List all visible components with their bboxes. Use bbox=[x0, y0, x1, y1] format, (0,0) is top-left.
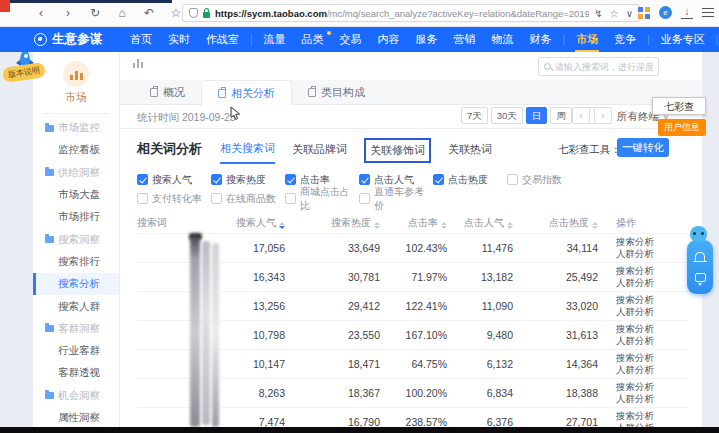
checkbox-checked[interactable] bbox=[137, 174, 148, 185]
subtab-关联修饰词[interactable]: 关联修饰词 bbox=[364, 138, 431, 163]
checkbox-unchecked[interactable] bbox=[359, 193, 370, 204]
nav-item-作战室[interactable]: 作战室 bbox=[198, 27, 247, 52]
column-header-搜索人气[interactable]: 搜索人气 bbox=[222, 216, 285, 230]
action-link-人群分析[interactable]: 人群分析 bbox=[616, 364, 688, 376]
tab-相关分析[interactable]: 相关分析 bbox=[201, 80, 292, 105]
brand[interactable]: 生意参谋 bbox=[34, 31, 102, 48]
sidebar-item-搜索洞察[interactable]: 搜索洞察 bbox=[33, 228, 119, 250]
browser-menu-icon[interactable] bbox=[702, 8, 714, 18]
metric-商城点击占比[interactable]: 商城点击占比 bbox=[285, 185, 359, 213]
checkbox-unchecked[interactable] bbox=[507, 174, 518, 185]
range-button-日[interactable]: 日 bbox=[526, 107, 548, 124]
action-link-搜索分析[interactable]: 搜索分析 bbox=[616, 323, 688, 335]
nav-item-交易[interactable]: 交易 bbox=[332, 27, 370, 52]
flash-icon[interactable]: ↯ bbox=[594, 8, 602, 19]
back-icon[interactable]: ‹ bbox=[34, 6, 48, 20]
action-link-搜索分析[interactable]: 搜索分析 bbox=[616, 381, 688, 393]
next-date-button[interactable]: › bbox=[594, 107, 612, 124]
keyword-search-box[interactable] bbox=[538, 57, 659, 76]
metric-支付转化率[interactable]: 支付转化率 bbox=[137, 192, 211, 206]
forward-icon[interactable]: › bbox=[61, 6, 75, 20]
action-link-搜索分析[interactable]: 搜索分析 bbox=[616, 352, 688, 364]
column-header-点击热度[interactable]: 点击热度 bbox=[513, 216, 598, 230]
action-link-搜索分析[interactable]: 搜索分析 bbox=[616, 410, 688, 422]
sidebar-item-市场监控[interactable]: 市场监控 bbox=[33, 117, 119, 139]
column-header-点击率[interactable]: 点击率 bbox=[380, 216, 447, 230]
action-link-人群分析[interactable]: 人群分析 bbox=[616, 393, 688, 405]
nav-item-首页[interactable]: 首页 bbox=[122, 27, 160, 52]
checkbox-unchecked[interactable] bbox=[285, 193, 296, 204]
checkbox-checked[interactable] bbox=[359, 174, 370, 185]
metric-点击热度[interactable]: 点击热度 bbox=[433, 173, 507, 187]
assistant-mascot-icon[interactable] bbox=[690, 226, 707, 242]
tab-类目构成[interactable]: 类目构成 bbox=[292, 80, 381, 104]
nav-item-流量[interactable]: 流量 bbox=[256, 27, 294, 52]
nav-item-实时[interactable]: 实时 bbox=[160, 27, 198, 52]
action-link-搜索分析[interactable]: 搜索分析 bbox=[616, 294, 688, 306]
search-input[interactable] bbox=[555, 62, 653, 72]
favorite-star-icon[interactable]: ☆ bbox=[610, 8, 619, 19]
nav-item-业务专区[interactable]: 业务专区 bbox=[653, 27, 713, 52]
sidebar-item-监控看板[interactable]: 监控看板 bbox=[33, 139, 119, 161]
address-bar[interactable]: https://sycm.taobao.com/mc/mq/search_ana… bbox=[182, 4, 640, 22]
url-text[interactable]: https://sycm.taobao.com/mc/mq/search_ana… bbox=[215, 8, 589, 19]
metric-交易指数[interactable]: 交易指数 bbox=[507, 173, 581, 187]
action-link-人群分析[interactable]: 人群分析 bbox=[616, 335, 688, 347]
qicai-overlay-button[interactable]: 七彩查 bbox=[652, 97, 706, 115]
column-header-点击人气[interactable]: 点击人气 bbox=[447, 216, 513, 230]
prev-date-button[interactable]: ‹ bbox=[572, 107, 590, 124]
nav-item-市场[interactable]: 市场 bbox=[568, 27, 606, 52]
subtab-相关搜索词[interactable]: 相关搜索词 bbox=[220, 141, 275, 164]
action-link-人群分析[interactable]: 人群分析 bbox=[616, 248, 688, 260]
metric-搜索人气[interactable]: 搜索人气 bbox=[137, 173, 211, 187]
bell-icon[interactable] bbox=[695, 252, 705, 261]
sidebar-item-行业客群[interactable]: 行业客群 bbox=[33, 340, 119, 362]
nav-item-服务[interactable]: 服务 bbox=[408, 27, 446, 52]
undo-icon[interactable]: ↶ bbox=[142, 6, 156, 20]
subtab-关联品牌词[interactable]: 关联品牌词 bbox=[292, 142, 347, 163]
nav-item-品类[interactable]: 品类 bbox=[294, 27, 332, 52]
reload-icon[interactable]: ↻ bbox=[88, 6, 102, 20]
sidebar-item-供给洞察[interactable]: 供给洞察 bbox=[33, 162, 119, 184]
action-link-搜索分析[interactable]: 搜索分析 bbox=[616, 236, 688, 248]
metric-在线商品数[interactable]: 在线商品数 bbox=[211, 192, 285, 206]
extensions-grid-icon[interactable] bbox=[638, 7, 650, 19]
metric-搜索热度[interactable]: 搜索热度 bbox=[211, 173, 285, 187]
nav-item-竞争[interactable]: 竞争 bbox=[606, 27, 644, 52]
sidebar-item-机会洞察[interactable]: 机会洞察 bbox=[33, 385, 119, 407]
nav-item-财务[interactable]: 财务 bbox=[522, 27, 560, 52]
sidebar-item-客群洞察[interactable]: 客群洞察 bbox=[33, 318, 119, 340]
checkbox-checked[interactable] bbox=[211, 174, 222, 185]
sidebar-item-市场排行[interactable]: 市场排行 bbox=[33, 206, 119, 228]
home-icon[interactable]: ⌂ bbox=[115, 6, 129, 20]
sidebar-item-市场大盘[interactable]: 市场大盘 bbox=[33, 184, 119, 206]
user-info-badge[interactable]: 用户信息 bbox=[658, 119, 706, 136]
range-button-30天[interactable]: 30天 bbox=[491, 107, 523, 124]
action-link-人群分析[interactable]: 人群分析 bbox=[616, 277, 688, 289]
chat-icon[interactable] bbox=[695, 273, 706, 282]
sidebar-item-客群透视[interactable]: 客群透视 bbox=[33, 362, 119, 384]
checkbox-unchecked[interactable] bbox=[211, 193, 222, 204]
action-link-搜索分析[interactable]: 搜索分析 bbox=[616, 265, 688, 277]
metric-直通车参考价[interactable]: 直通车参考价 bbox=[359, 185, 433, 213]
one-key-convert-button[interactable]: 一键转化 bbox=[617, 138, 669, 157]
range-button-7天[interactable]: 7天 bbox=[461, 107, 488, 124]
sidebar-item-属性洞察[interactable]: 属性洞察 bbox=[33, 407, 119, 429]
sidebar-item-搜索人群[interactable]: 搜索人群 bbox=[33, 295, 119, 317]
checkbox-unchecked[interactable] bbox=[137, 193, 148, 204]
checkbox-checked[interactable] bbox=[285, 174, 296, 185]
action-link-人群分析[interactable]: 人群分析 bbox=[616, 306, 688, 318]
bookmark-star-icon[interactable]: ☆ bbox=[169, 6, 183, 20]
download-icon[interactable]: ↓ bbox=[681, 7, 693, 19]
range-button-周[interactable]: 周 bbox=[550, 107, 572, 124]
nav-item-营销[interactable]: 营销 bbox=[446, 27, 484, 52]
nav-item-物流[interactable]: 物流 bbox=[484, 27, 522, 52]
sidebar-item-搜索分析[interactable]: 搜索分析 bbox=[33, 273, 119, 295]
sidebar-item-搜索排行[interactable]: 搜索排行 bbox=[33, 251, 119, 273]
column-header-搜索热度[interactable]: 搜索热度 bbox=[285, 216, 380, 230]
tab-概况[interactable]: 概况 bbox=[134, 80, 201, 104]
subtab-关联热词[interactable]: 关联热词 bbox=[448, 142, 492, 163]
dropdown-chevron-icon[interactable]: ∨ bbox=[626, 8, 633, 19]
account-icon[interactable]: e bbox=[659, 6, 672, 19]
nav-item-内容[interactable]: 内容 bbox=[370, 27, 408, 52]
